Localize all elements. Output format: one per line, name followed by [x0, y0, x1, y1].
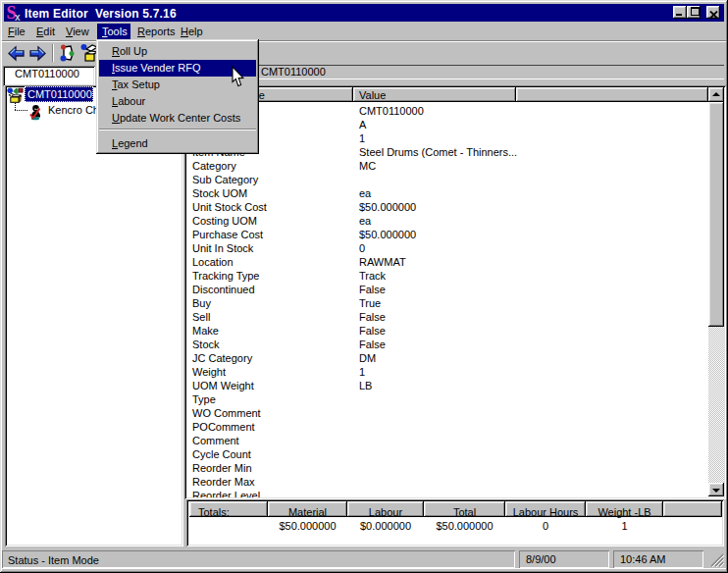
svg-text:x: x	[15, 12, 21, 22]
